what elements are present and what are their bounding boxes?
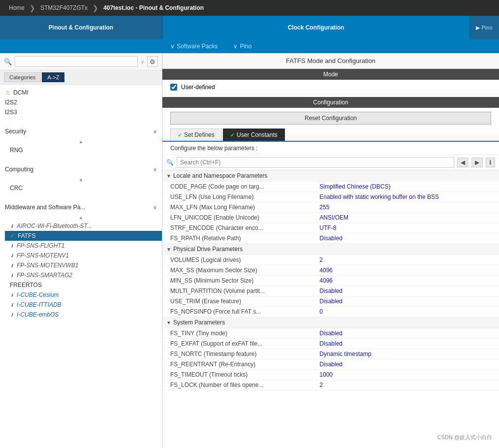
table-row: FS_RPATH (Relative Path) Disabled: [162, 233, 499, 244]
sidebar-section-computing[interactable]: Computing ∨: [0, 163, 162, 176]
sidebar-item-airoc[interactable]: ⬇ AIROC-Wi-Fi-Bluetooth-ST...: [5, 221, 162, 231]
sidebar-item-icube-ittiadb[interactable]: ⬇ I-CUBE-ITTIADB: [5, 300, 162, 310]
sidebar-item-freertos[interactable]: FREERTOS: [5, 280, 162, 290]
sidebar-item-fp-motenv1[interactable]: ⬇ FP-SNS-MOTENV1: [5, 251, 162, 260]
params-search-row: 🔍 ◀ ▶ ℹ: [162, 155, 499, 170]
table-row: STRF_ENCODE (Character enco... UTF-8: [162, 223, 499, 233]
download-icon-cesium: ⬇: [10, 292, 14, 298]
sidebar-item-icube-cesium[interactable]: ⬇ I-CUBE-Cesium: [5, 290, 162, 300]
sub-tab-pino[interactable]: ∨ Pino: [225, 39, 259, 53]
download-icon-flight1: ⬇: [10, 243, 14, 249]
sidebar-item-rng[interactable]: RNG: [5, 145, 162, 155]
filter-tabs: Categories A->Z: [0, 70, 162, 85]
sidebar-item-fp-flight1[interactable]: ⬇ FP-SNS-FLIGHT1: [5, 241, 162, 251]
breadcrumb-bar: Home ❯ STM32F407ZGTx ❯ 407test.ioc - Pin…: [0, 0, 499, 16]
breadcrumb-device[interactable]: STM32F407ZGTx: [36, 4, 92, 11]
reset-configuration-button[interactable]: Reset Configuration: [170, 112, 491, 125]
table-row: ▼ Physical Drive Parameters: [162, 244, 499, 255]
table-row: MULTI_PARTITION (Volume partit... Disabl…: [162, 286, 499, 296]
breadcrumb-home[interactable]: Home: [5, 4, 29, 11]
user-defined-checkbox[interactable]: [170, 84, 177, 91]
scroll-up-middleware: ▲: [0, 214, 162, 221]
table-row: MAX_SS (Maximum Sector Size) 4096: [162, 265, 499, 276]
sidebar-item-i2s3[interactable]: I2S3: [0, 107, 162, 117]
collapse-icon-physical: ▼: [166, 247, 171, 252]
param-table: ▼ Locale and Namespace Parameters CODE_P…: [162, 170, 499, 390]
inner-tabs: ✔ Set Defines ✔ User Constants: [162, 128, 499, 142]
download-icon-smartag2: ⬇: [10, 273, 14, 278]
scroll-up-computing: ▲: [0, 176, 162, 183]
table-row: FS_TIMEOUT (Timeout ticks) 1000: [162, 370, 499, 380]
table-row: VOLUMES (Logical drives) 2: [162, 255, 499, 265]
sidebar-item-fp-motenvwb1[interactable]: ⬇ FP-SNS-MOTENVWB1: [5, 260, 162, 270]
table-row: MIN_SS (Minimum Sector Size) 4096: [162, 276, 499, 286]
tab-clock[interactable]: Clock Configuration: [162, 16, 469, 39]
locale-group-header[interactable]: ▼ Locale and Namespace Parameters: [162, 170, 499, 181]
param-table-container: ▼ Locale and Namespace Parameters CODE_P…: [162, 170, 499, 448]
table-row: FS_TINY (Tiny mode) Disabled: [162, 328, 499, 339]
nav-next-button[interactable]: ▶: [471, 158, 483, 167]
tab-pinout[interactable]: Pinout & Configuration: [0, 16, 162, 39]
breadcrumb-sep-1: ❯: [30, 4, 35, 12]
search-row: 🔍 ∨ ⚙: [0, 53, 162, 70]
sidebar-item-dcmi[interactable]: ⚠ DCMI: [0, 88, 162, 97]
download-icon-motenvwb1: ⬇: [10, 263, 14, 268]
params-search-icon: 🔍: [166, 159, 174, 166]
computing-items: CRC: [0, 183, 162, 193]
table-row: USE_TRIM (Erase feature) Disabled: [162, 296, 499, 307]
watermark: CSDN @嵌入式小白白: [437, 434, 492, 441]
table-row: FS_EXFAT (Support of exFAT file... Disab…: [162, 339, 499, 349]
info-button[interactable]: ℹ: [486, 158, 495, 167]
chevron-middleware: ∨: [153, 204, 157, 211]
system-group-header[interactable]: ▼ System Parameters: [162, 317, 499, 328]
search-input[interactable]: [15, 56, 138, 67]
security-items: RNG: [0, 145, 162, 155]
sidebar: 🔍 ∨ ⚙ Categories A->Z ⚠ DCMI I2S2 I2S3: [0, 53, 162, 448]
check-icon-fatfs: ✓: [10, 232, 15, 239]
gear-button[interactable]: ⚙: [147, 56, 158, 67]
sub-tab-software-packs[interactable]: ∨ Software Packs: [162, 39, 225, 53]
sidebar-section-security[interactable]: Security ∨: [0, 125, 162, 138]
sidebar-section-middleware[interactable]: Middleware and Software Pa... ∨: [0, 201, 162, 214]
sidebar-item-crc[interactable]: CRC: [5, 183, 162, 193]
table-row: USE_LFN (Use Long Filename) Enabled with…: [162, 192, 499, 202]
check-icon-set-defines: ✔: [178, 132, 182, 138]
filter-tab-categories[interactable]: Categories: [4, 72, 41, 82]
content-panel: FATFS Mode and Configuration Mode User-d…: [162, 53, 499, 448]
tab-extra[interactable]: ▶ Pino: [469, 16, 499, 39]
breadcrumb-sep-2: ❯: [93, 4, 98, 12]
user-defined-label: User-defined: [181, 84, 215, 91]
table-row: FS_LOCK (Number of files opene... 2: [162, 380, 499, 390]
table-row: LFN_UNICODE (Enable Unicode) ANSI/OEM: [162, 213, 499, 223]
collapse-icon-locale: ▼: [166, 173, 171, 179]
chevron-security: ∨: [153, 128, 157, 135]
table-row: ▼ System Parameters: [162, 317, 499, 328]
sidebar-content: ⚠ DCMI I2S2 I2S3 Security ∨ ▲ RNG: [0, 85, 162, 448]
table-row: MAX_LFN (Max Long Filename) 255: [162, 202, 499, 213]
physical-group-header[interactable]: ▼ Physical Drive Parameters: [162, 244, 499, 255]
filter-tab-az[interactable]: A->Z: [42, 72, 64, 82]
params-search-input[interactable]: [177, 157, 454, 168]
check-icon-user-constants: ✔: [230, 132, 235, 138]
chevron-computing: ∨: [153, 166, 157, 173]
table-row: FS_REENTRANT (Re-Entrancy) Disabled: [162, 359, 499, 370]
mode-row: User-defined: [162, 80, 499, 95]
breadcrumb-current: 407test.ioc - Pinout & Configuration: [99, 4, 208, 11]
download-icon-embos: ⬇: [10, 312, 14, 318]
middleware-items: ⬇ AIROC-Wi-Fi-Bluetooth-ST... ✓ FATFS ⬇ …: [0, 221, 162, 320]
inner-tab-set-defines[interactable]: ✔ Set Defines: [170, 128, 222, 141]
sidebar-item-fp-smartag2[interactable]: ⬇ FP-SNS-SMARTAG2: [5, 270, 162, 280]
table-row: CODE_PAGE (Code page on targ... Simplifi…: [162, 182, 499, 192]
sidebar-item-i2s2[interactable]: I2S2: [0, 97, 162, 107]
warning-icon: ⚠: [5, 89, 10, 96]
sidebar-item-fatfs[interactable]: ✓ FATFS: [5, 231, 162, 241]
sub-tab-row: ∨ Software Packs ∨ Pino: [0, 39, 499, 53]
table-row: FS_NORTC (Timestamp feature) Dynamic tim…: [162, 349, 499, 359]
table-row: ▼ Locale and Namespace Parameters: [162, 170, 499, 182]
table-row: FS_NOFSINFO (Force full FAT s... 0: [162, 307, 499, 317]
config-section-bar: Configuration: [162, 97, 499, 108]
nav-prev-button[interactable]: ◀: [457, 158, 468, 167]
sidebar-item-icube-embos[interactable]: ⬇ I-CUBE-embOS: [5, 310, 162, 320]
inner-tab-user-constants[interactable]: ✔ User Constants: [223, 128, 285, 141]
search-icon: 🔍: [4, 58, 12, 65]
